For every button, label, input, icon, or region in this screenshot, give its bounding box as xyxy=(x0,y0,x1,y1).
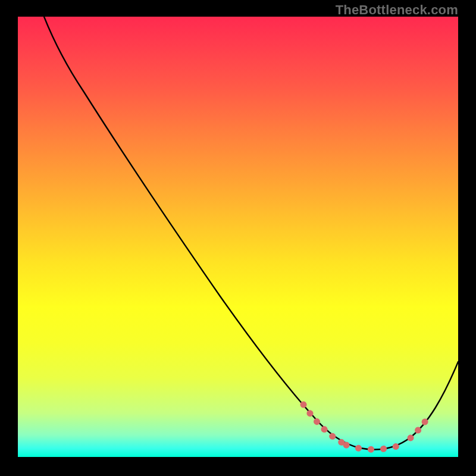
bottleneck-curve xyxy=(44,17,458,449)
chart-overlay xyxy=(18,17,458,457)
watermark-text: TheBottleneck.com xyxy=(336,2,458,18)
chart-frame: TheBottleneck.com xyxy=(0,0,476,476)
plot-area xyxy=(18,17,458,457)
